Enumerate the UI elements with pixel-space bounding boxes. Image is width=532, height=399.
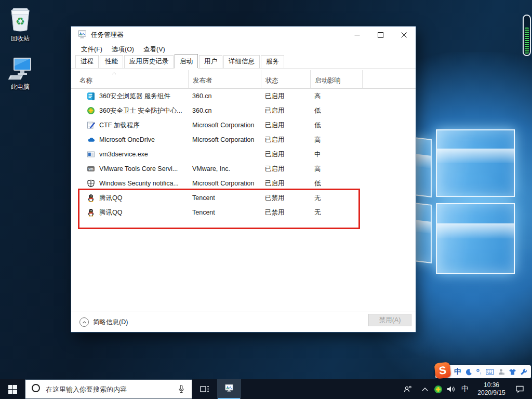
app-icon	[87, 150, 95, 158]
startup-status: 已启用	[261, 179, 310, 188]
clock-time: 10:36	[484, 381, 499, 389]
disable-button[interactable]: 禁用(A)	[368, 314, 411, 326]
startup-name: Microsoft OneDrive	[99, 136, 155, 143]
desktop-icon-label: 回收站	[1, 34, 40, 43]
table-row[interactable]: 360安全浏览器 服务组件 360.cn 已启用 高	[71, 89, 416, 103]
taskbar-clock[interactable]: 10:36 2020/9/15	[474, 379, 509, 399]
360-tray-icon[interactable]	[431, 379, 445, 399]
startup-publisher: Microsoft Corporation	[188, 136, 261, 143]
task-manager-icon	[224, 383, 234, 395]
column-impact-label: 启动影响	[315, 76, 341, 85]
people-icon[interactable]	[400, 379, 416, 399]
startup-impact: 高	[310, 92, 362, 101]
tab-strip: 进程性能应用历史记录启动用户详细信息服务	[75, 56, 416, 68]
desktop-icon-this-pc[interactable]: 此电脑	[1, 54, 40, 91]
titlebar[interactable]: 任务管理器	[71, 26, 416, 43]
startup-name: CTF 加载程序	[99, 121, 140, 130]
startup-impact: 中	[310, 150, 362, 159]
table-row[interactable]: 360安全卫士 安全防护中心... 360.cn 已启用 低	[71, 103, 416, 118]
menu-file[interactable]: 文件(F)	[77, 44, 106, 56]
hidden-icons-chevron[interactable]	[419, 379, 431, 399]
table-row[interactable]: Microsoft OneDrive Microsoft Corporation…	[71, 132, 416, 147]
app-icon	[87, 194, 95, 202]
column-name[interactable]: 名称	[71, 70, 188, 89]
svg-text:vm: vm	[88, 167, 94, 171]
app-icon	[87, 208, 95, 217]
menu-options[interactable]: 选项(O)	[108, 44, 138, 56]
table-row[interactable]: 腾讯QQ Tencent 已禁用 无	[71, 205, 416, 220]
startup-publisher: 360.cn	[188, 92, 261, 100]
table-row[interactable]: vm3dservice.exe 已启用 中	[71, 147, 416, 162]
column-impact[interactable]: 启动影响	[310, 70, 362, 89]
column-spacer	[362, 70, 416, 89]
tab-app-history[interactable]: 应用历史记录	[124, 55, 174, 68]
startup-publisher: Tencent	[188, 194, 261, 202]
startup-publisher: Microsoft Corporation	[188, 122, 261, 129]
startup-publisher: 360.cn	[188, 107, 261, 114]
startup-status: 已启用	[261, 107, 310, 115]
app-icon	[87, 136, 95, 144]
ctf-loader-icon	[87, 121, 95, 129]
menu-bar: 文件(F)选项(O)查看(V)	[71, 43, 416, 56]
startup-name: 腾讯QQ	[99, 208, 122, 217]
ime-indicator[interactable]: 中	[458, 379, 472, 399]
column-status[interactable]: 状态	[261, 70, 310, 89]
minimize-button[interactable]	[345, 26, 369, 43]
taskbar-search[interactable]	[25, 379, 192, 399]
tab-details[interactable]: 详细信息	[223, 55, 260, 68]
details-toggle[interactable]: 简略信息(D)	[79, 317, 128, 327]
sogou-ime-toolbar: S 中	[435, 365, 531, 378]
tab-users[interactable]: 用户	[199, 55, 222, 68]
table-row[interactable]: CTF 加载程序 Microsoft Corporation 已启用 低	[71, 118, 416, 132]
recycle-bin-icon: ♻	[1, 5, 40, 32]
user-icon[interactable]	[498, 368, 505, 376]
startup-impact: 无	[310, 194, 362, 203]
startup-status: 已禁用	[261, 194, 310, 203]
startup-status: 已禁用	[261, 208, 310, 217]
app-icon	[87, 121, 95, 129]
tab-performance[interactable]: 性能	[100, 55, 123, 68]
tab-startup[interactable]: 启动	[175, 54, 198, 68]
tab-services[interactable]: 服务	[261, 55, 284, 68]
desktop-icon-recycle-bin[interactable]: ♻ 回收站	[1, 5, 40, 43]
window-title: 任务管理器	[91, 31, 124, 39]
startup-name: 360安全浏览器 服务组件	[99, 92, 170, 101]
maximize-button[interactable]	[369, 26, 392, 43]
close-button[interactable]	[392, 26, 416, 43]
startup-name: vm3dservice.exe	[99, 151, 148, 158]
startup-name: VMware Tools Core Servi...	[99, 165, 178, 172]
sort-ascending-icon	[112, 71, 116, 76]
startup-name: 360安全卫士 安全防护中心...	[99, 107, 182, 115]
startup-name: 腾讯QQ	[99, 194, 122, 203]
task-manager-taskbar-button[interactable]	[217, 379, 241, 399]
task-view-button[interactable]	[192, 379, 217, 399]
chevron-up-circle-icon	[79, 317, 89, 327]
windows-logo-pane-bottom-right	[436, 203, 515, 274]
action-center-icon[interactable]	[510, 379, 529, 399]
task-manager-app-icon	[77, 30, 87, 41]
moon-icon[interactable]	[465, 368, 472, 376]
startup-status: 已启用	[261, 136, 310, 144]
clock-date: 2020/9/15	[477, 389, 505, 397]
start-button[interactable]	[0, 379, 25, 399]
speaker-icon[interactable]	[444, 379, 458, 399]
task-manager-window: 任务管理器 文件(F)选项(O)查看(V) 进程性能应用历史记录启动用户详细信息…	[71, 26, 416, 332]
table-row[interactable]: Windows Security notifica... Microsoft C…	[71, 176, 416, 191]
qq-penguin-icon	[87, 208, 95, 217]
column-publisher[interactable]: 发布者	[188, 70, 261, 89]
search-input[interactable]	[46, 385, 177, 393]
this-pc-icon	[1, 54, 40, 81]
skin-tshirt-icon[interactable]	[509, 368, 516, 376]
wrench-icon[interactable]	[520, 368, 527, 376]
table-row[interactable]: 腾讯QQ Tencent 已禁用 无	[71, 191, 416, 205]
startup-publisher: Microsoft Corporation	[188, 180, 261, 187]
sogou-logo[interactable]: S	[434, 362, 451, 379]
microphone-icon[interactable]	[177, 384, 185, 394]
punctuation-icon[interactable]	[476, 368, 482, 376]
startup-impact: 低	[310, 107, 362, 115]
sogou-ime-mode[interactable]: 中	[454, 367, 461, 377]
menu-view[interactable]: 查看(V)	[140, 44, 169, 56]
tab-processes[interactable]: 进程	[75, 55, 99, 68]
keyboard-icon[interactable]	[486, 369, 494, 375]
table-row[interactable]: vmVMware Tools Core Servi... VMware, Inc…	[71, 162, 416, 176]
